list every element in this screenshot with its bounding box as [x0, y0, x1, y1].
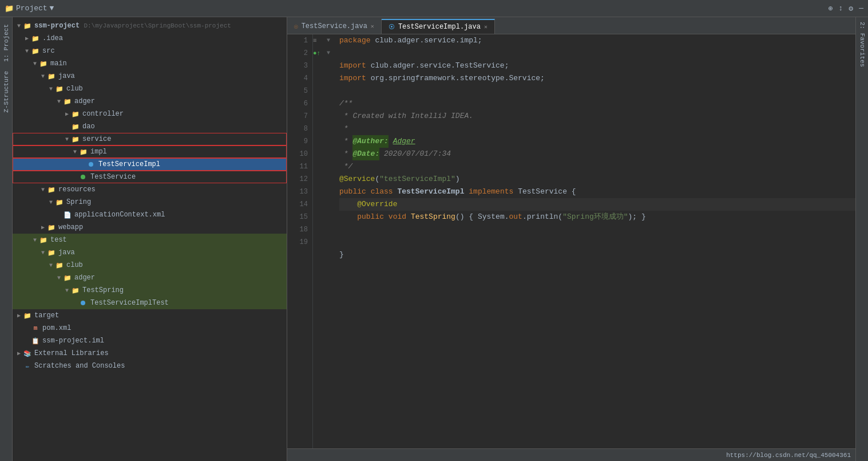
tree-item-adger[interactable]: 📁 adger: [13, 95, 287, 108]
tab-close-testserviceimpl[interactable]: ✕: [484, 23, 487, 30]
tree-item-target[interactable]: 📁 target: [13, 309, 287, 322]
main-layout: 1: Project Z-Structure 📁 ssm-project D:\…: [0, 17, 868, 461]
iml-icon: 📋: [31, 336, 40, 345]
settings-icon[interactable]: ⚙: [849, 4, 853, 13]
arrow-resources: [39, 187, 47, 193]
tree-item-iml[interactable]: 📋 ssm-project.iml: [13, 334, 287, 347]
folder-icon-controller: 📁: [71, 109, 80, 119]
gutter: ≡ ●↑: [313, 34, 324, 448]
tree-item-ssm-project[interactable]: 📁 ssm-project D:\myJavaproject\SpringBoo…: [13, 19, 287, 32]
tree-item-test-java[interactable]: 📁 java: [13, 246, 287, 259]
tree-item-test-club[interactable]: 📁 club: [13, 259, 287, 271]
sidebar-label-structure[interactable]: Z-Structure: [2, 66, 11, 117]
code-line-2: [339, 47, 855, 60]
tree-item-pom[interactable]: m pom.xml: [13, 322, 287, 334]
label-club: club: [66, 85, 83, 93]
code-editor: 1 2 3 4 5 6 7 8 9 10 11 12 13 14 15 18 1…: [287, 34, 855, 448]
code-line-15: public void TestSpring() { System.out.pr…: [339, 211, 855, 223]
tab-testservice[interactable]: ☉ TestService.java ✕: [287, 19, 382, 34]
folder-icon-webapp: 📁: [47, 223, 56, 232]
tree-item-testserviceimpltest[interactable]: TestServiceImplTest: [13, 297, 287, 309]
tree-item-appcontext[interactable]: 📄 applicationContext.xml: [13, 208, 287, 221]
tree-item-service[interactable]: 📁 service: [13, 133, 287, 145]
left-sidebar: 1: Project Z-Structure: [0, 17, 13, 461]
label-target: target: [34, 312, 59, 320]
arrow-test-club: [47, 262, 55, 269]
label-idea: .idea: [42, 34, 63, 42]
arrow-src: [23, 48, 31, 54]
tree-item-impl[interactable]: 📁 impl: [13, 145, 287, 158]
label-impl: impl: [90, 148, 107, 156]
tree-item-test-adger[interactable]: 📁 adger: [13, 271, 287, 284]
tab-icon-testserviceimpl: ⦿: [389, 23, 395, 31]
tree-item-java[interactable]: 📁 java: [13, 70, 287, 82]
arrow-ssm-project: [15, 23, 23, 29]
title-bar-icons: ⊕ ↕ ⚙ —: [829, 4, 863, 13]
sort-icon[interactable]: ↕: [839, 4, 843, 13]
tab-close-testservice[interactable]: ✕: [371, 23, 374, 30]
arrow-test: [31, 237, 39, 243]
java-icon-testservice: [79, 172, 88, 182]
tree-item-testservice[interactable]: TestService: [13, 171, 287, 183]
tree-item-testspring-folder[interactable]: 📁 TestSpring: [13, 284, 287, 297]
tab-testserviceimpl[interactable]: ⦿ TestServiceImpl.java ✕: [382, 19, 495, 34]
tree-item-scratches[interactable]: ✏ Scratches and Consoles: [13, 360, 287, 372]
label-appcontext: applicationContext.xml: [74, 211, 165, 219]
code-line-18: }: [339, 249, 855, 261]
label-iml: ssm-project.iml: [42, 337, 104, 345]
label-service: service: [82, 135, 111, 143]
tree-item-ext-lib[interactable]: 📚 External Libraries: [13, 347, 287, 360]
title-bar: 📁 Project ▼ ⊕ ↕ ⚙ —: [0, 0, 868, 17]
status-bar: https://blog.csdn.net/qq_45004361: [287, 448, 855, 461]
code-line-7: * Created with IntelliJ IDEA.: [339, 110, 855, 123]
tree-item-testserviceimpl[interactable]: TestServiceImpl: [13, 158, 287, 171]
label-testspring-folder: TestSpring: [82, 286, 124, 294]
fold-gutter: ▼ ▼: [324, 34, 332, 448]
label-webapp: webapp: [58, 223, 83, 231]
label-main: main: [50, 60, 67, 68]
code-content[interactable]: package club.adger.service.impl; import …: [332, 34, 855, 448]
folder-icon-test: 📁: [39, 235, 48, 245]
tree-item-main[interactable]: 📁 main: [13, 57, 287, 70]
tree-item-spring[interactable]: 📁 Spring: [13, 196, 287, 208]
arrow-impl: [71, 149, 79, 155]
favorites-label[interactable]: 2: Favorites: [858, 17, 867, 72]
label-test-club: club: [66, 261, 83, 269]
project-dropdown[interactable]: 📁 Project ▼: [5, 4, 54, 13]
arrow-club: [47, 86, 55, 92]
code-line-11: */: [339, 160, 855, 173]
code-line-19: [339, 261, 855, 274]
label-scratches: Scratches and Consoles: [34, 362, 125, 370]
xml-icon-appcontext: 📄: [63, 210, 72, 219]
folder-icon-ssm-project: 📁: [23, 21, 32, 30]
code-line-3: import club.adger.service.TestService;: [339, 60, 855, 72]
project-icon: 📁: [5, 4, 14, 13]
line-numbers: 1 2 3 4 5 6 7 8 9 10 11 12 13 14 15 18 1…: [287, 34, 313, 448]
folder-icon-adger: 📁: [63, 97, 72, 106]
folder-icon-club: 📁: [55, 84, 64, 93]
tree-item-club[interactable]: 📁 club: [13, 82, 287, 95]
folder-icon-ext-lib: 📚: [23, 349, 32, 358]
sync-icon[interactable]: ⊕: [829, 4, 833, 13]
tree-item-src[interactable]: 📁 src: [13, 45, 287, 57]
folder-icon-dao: 📁: [71, 122, 80, 131]
tab-label-testservice: TestService.java: [302, 22, 367, 30]
right-sidebar: 2: Favorites: [855, 17, 868, 461]
arrow-service: [63, 136, 71, 143]
code-line-6: /**: [339, 97, 855, 110]
tree-item-controller[interactable]: 📁 controller: [13, 108, 287, 120]
folder-icon-main: 📁: [39, 59, 48, 68]
tree-item-test[interactable]: 📁 test: [13, 234, 287, 246]
label-testserviceimpltest: TestServiceImplTest: [90, 299, 169, 307]
sidebar-label-project[interactable]: 1: Project: [2, 19, 11, 66]
tree-item-idea[interactable]: 📁 .idea: [13, 32, 287, 45]
label-src: src: [42, 47, 55, 55]
folder-icon-target: 📁: [23, 311, 32, 320]
label-controller: controller: [82, 110, 124, 118]
minimize-icon[interactable]: —: [859, 4, 863, 13]
project-panel: 📁 ssm-project D:\myJavaproject\SpringBoo…: [13, 17, 287, 461]
tree-item-webapp[interactable]: 📁 webapp: [13, 221, 287, 234]
label-testserviceimpl: TestServiceImpl: [98, 160, 160, 168]
tree-item-dao[interactable]: 📁 dao: [13, 120, 287, 133]
tree-item-resources[interactable]: 📁 resources: [13, 183, 287, 196]
